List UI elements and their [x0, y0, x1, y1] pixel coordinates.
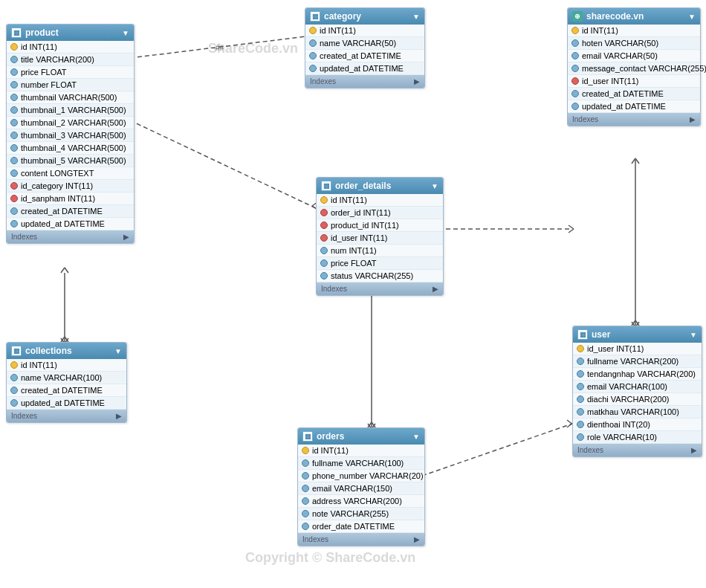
table-row: updated_at DATETIME: [568, 100, 700, 113]
watermark-top: ShareCode.vn: [208, 41, 298, 56]
table-icon-orders: ▦: [302, 431, 313, 442]
indexes-footer-order-details[interactable]: Indexes ▶: [317, 282, 443, 295]
table-user-name: user: [592, 329, 610, 340]
table-row: thumbnail_1 VARCHAR(500): [7, 104, 134, 117]
sort-arrow-user: ▼: [690, 331, 697, 339]
sort-arrow-order-details: ▼: [431, 182, 438, 190]
table-row: id INT(11): [7, 41, 134, 54]
normal-key-icon: [571, 90, 579, 97]
table-row: address VARCHAR(200): [298, 495, 424, 508]
normal-key-icon: [10, 207, 18, 215]
normal-key-icon: [10, 119, 18, 126]
table-row: id_sanpham INT(11): [7, 193, 134, 205]
table-row: id INT(11): [568, 25, 700, 37]
foreign-key-icon: [10, 182, 18, 190]
table-row: fullname VARCHAR(100): [298, 457, 424, 470]
indexes-arrow: ▶: [414, 77, 420, 85]
table-category: ▦ category ▼ id INT(11) name VARCHAR(50)…: [305, 7, 425, 88]
sort-arrow-orders: ▼: [412, 433, 420, 441]
indexes-label: Indexes: [577, 446, 603, 454]
table-icon-user: ▦: [577, 329, 588, 340]
normal-key-icon: [320, 259, 328, 267]
normal-key-icon: [10, 387, 18, 394]
table-row: tendangnhap VARCHAR(200): [573, 368, 702, 381]
table-row: dienthoai INT(20): [573, 419, 702, 431]
normal-key-icon: [302, 485, 309, 492]
indexes-footer-collections[interactable]: Indexes ▶: [7, 410, 126, 422]
normal-key-icon: [571, 39, 579, 47]
svg-line-24: [635, 158, 639, 164]
table-row: created_at DATETIME: [7, 384, 126, 397]
svg-line-6: [61, 268, 65, 273]
sort-arrow-category: ▼: [412, 13, 420, 21]
normal-key-icon: [10, 132, 18, 139]
normal-key-icon: [577, 421, 584, 428]
primary-key-icon: [302, 447, 309, 454]
svg-text:##: ##: [216, 44, 224, 52]
table-user-header: ▦ user ▼: [573, 326, 702, 343]
foreign-key-icon: [320, 234, 328, 242]
table-row: created_at DATETIME: [7, 205, 134, 218]
table-collections-name: collections: [25, 346, 72, 356]
table-row: status VARCHAR(255): [317, 270, 443, 282]
normal-key-icon: [309, 39, 317, 47]
normal-key-icon: [577, 358, 584, 365]
indexes-label: Indexes: [310, 77, 336, 85]
table-row: id_user INT(11): [568, 75, 700, 88]
normal-key-icon: [302, 459, 309, 467]
normal-key-icon: [302, 510, 309, 517]
table-row: hoten VARCHAR(50): [568, 37, 700, 50]
table-row: price FLOAT: [7, 66, 134, 79]
table-order-details: ▦ order_details ▼ id INT(11) order_id IN…: [316, 177, 444, 296]
table-row: number FLOAT: [7, 79, 134, 91]
table-row: email VARCHAR(100): [573, 381, 702, 393]
indexes-footer-category[interactable]: Indexes ▶: [305, 75, 424, 88]
indexes-label: Indexes: [572, 115, 598, 123]
table-row: created_at DATETIME: [305, 50, 424, 62]
indexes-arrow: ▶: [690, 115, 696, 123]
primary-key-icon: [309, 27, 317, 34]
normal-key-icon: [577, 370, 584, 378]
table-collections-header: ▦ collections ▼: [7, 343, 126, 359]
normal-key-icon: [10, 56, 18, 63]
table-row: matkhau VARCHAR(100): [573, 406, 702, 419]
table-row: name VARCHAR(50): [305, 37, 424, 50]
indexes-label: Indexes: [11, 412, 37, 420]
table-row: thumbnail_3 VARCHAR(500): [7, 129, 134, 142]
indexes-arrow: ▶: [123, 233, 129, 241]
indexes-footer-orders[interactable]: Indexes ▶: [298, 533, 424, 546]
normal-key-icon: [571, 103, 579, 110]
svg-line-17: [368, 422, 372, 427]
svg-line-18: [372, 422, 375, 427]
normal-key-icon: [571, 52, 579, 59]
normal-key-icon: [10, 157, 18, 164]
indexes-footer-product[interactable]: Indexes ▶: [7, 230, 134, 243]
table-row: id_user INT(11): [317, 232, 443, 245]
normal-key-icon: [10, 169, 18, 177]
svg-line-20: [569, 225, 574, 229]
indexes-footer-user[interactable]: Indexes ▶: [573, 444, 702, 456]
indexes-arrow: ▶: [433, 285, 438, 293]
table-row: content LONGTEXT: [7, 167, 134, 180]
table-row: num INT(11): [317, 245, 443, 257]
table-row: updated_at DATETIME: [7, 218, 134, 230]
normal-key-icon: [571, 65, 579, 72]
table-icon-collections: ▦: [11, 346, 22, 356]
normal-key-icon: [309, 65, 317, 72]
svg-line-10: [61, 337, 65, 342]
normal-key-icon: [10, 68, 18, 76]
primary-key-icon: [577, 345, 584, 352]
svg-line-23: [632, 158, 635, 164]
foreign-key-icon: [571, 77, 579, 85]
table-row: thumbnail_5 VARCHAR(500): [7, 155, 134, 167]
table-row: title VARCHAR(200): [7, 54, 134, 66]
svg-line-28: [635, 320, 639, 326]
svg-line-29: [422, 424, 572, 476]
indexes-footer-contact[interactable]: Indexes ▶: [568, 113, 700, 126]
primary-key-icon: [320, 196, 328, 204]
foreign-key-icon: [320, 222, 328, 229]
foreign-key-icon: [10, 195, 18, 202]
table-row: id INT(11): [317, 194, 443, 207]
normal-key-icon: [302, 472, 309, 479]
indexes-arrow: ▶: [691, 446, 697, 454]
